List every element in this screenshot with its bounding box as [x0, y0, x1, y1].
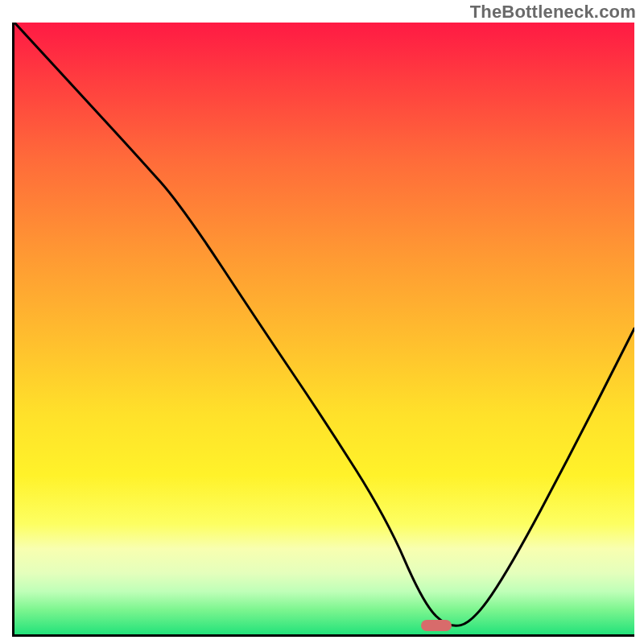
chart-container: TheBottleneck.com [0, 0, 644, 644]
curve-svg [14, 23, 634, 634]
optimal-marker [421, 620, 452, 631]
bottleneck-curve [14, 23, 634, 625]
watermark-text: TheBottleneck.com [470, 2, 636, 23]
plot-area [12, 23, 634, 637]
